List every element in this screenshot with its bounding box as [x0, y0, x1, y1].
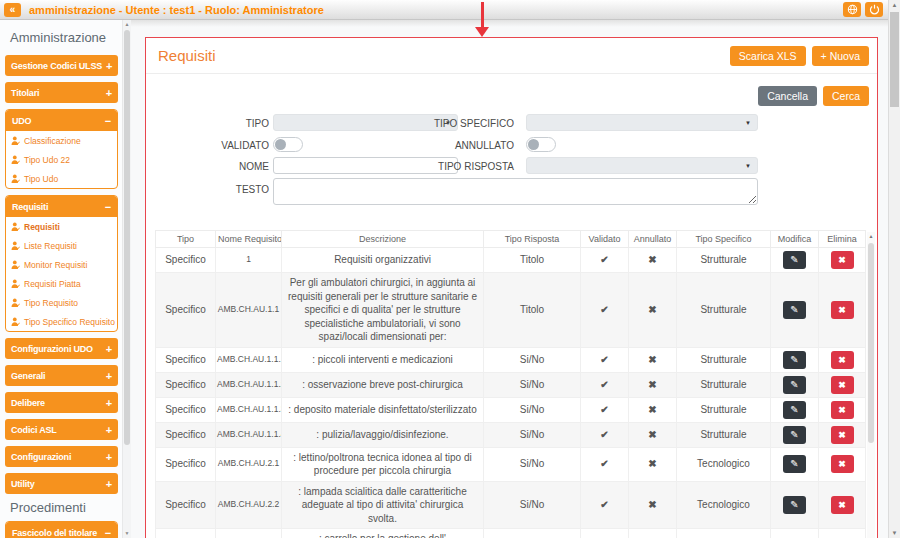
- table-row: SpecificoAMB.CH.AU.1.1.1: piccoli interv…: [156, 347, 866, 372]
- table-scrollbar-thumb[interactable]: [868, 243, 874, 443]
- new-button[interactable]: + Nuova: [812, 46, 869, 66]
- scroll-up-icon[interactable]: ▲: [889, 0, 900, 10]
- download-xls-button[interactable]: Scarica XLS: [730, 46, 806, 66]
- cell-tipo: Specifico: [156, 273, 216, 348]
- delete-row-button[interactable]: ✖: [831, 251, 854, 269]
- cell-descrizione: : lampada scialitica dalle caratteritich…: [282, 481, 484, 529]
- edit-icon: ✎: [790, 499, 798, 510]
- user-icon: [11, 222, 20, 232]
- edit-row-button[interactable]: ✎: [783, 301, 806, 319]
- expand-plus-icon: +: [102, 87, 112, 99]
- delete-icon: ✖: [838, 459, 846, 469]
- validato-toggle[interactable]: [273, 137, 303, 152]
- sidebar-item-tipo-requisito[interactable]: Tipo Requisito: [6, 293, 117, 312]
- annullato-toggle[interactable]: [526, 137, 556, 152]
- expand-plus-icon: +: [102, 451, 112, 463]
- sidebar-heading-procedimenti: Procedimenti: [10, 500, 118, 515]
- edit-row-button[interactable]: ✎: [783, 426, 806, 444]
- scroll-down-icon[interactable]: ▼: [889, 528, 900, 538]
- cell-nome-requisito: AMB.CH.AU.2.3: [216, 529, 282, 538]
- edit-row-button[interactable]: ✎: [783, 251, 806, 269]
- sidebar-section-wrap: Requisiti−RequisitiListe RequisitiMonito…: [5, 195, 118, 332]
- sidebar-section-codici-asl[interactable]: Codici ASL+: [5, 419, 118, 440]
- cell-tipo: Specifico: [156, 248, 216, 273]
- table-row: SpecificoAMB.CH.AU.2.1: lettino/poltrona…: [156, 447, 866, 481]
- language-button[interactable]: [843, 2, 861, 17]
- requisiti-table-body: Specifico1Requisiti organizzativiTitolo✔…: [156, 248, 866, 538]
- edit-icon: ✎: [790, 429, 798, 440]
- sidebar-item-monitor-requisiti[interactable]: Monitor Requisiti: [6, 255, 117, 274]
- sidebar-section-titolari[interactable]: Titolari+: [5, 82, 118, 103]
- user-icon: [11, 279, 20, 289]
- delete-row-button[interactable]: ✖: [831, 301, 854, 319]
- requisiti-panel: Requisiti Scarica XLS + Nuova Cancella C…: [145, 37, 878, 538]
- sidebar-item-liste-requisiti[interactable]: Liste Requisiti: [6, 236, 117, 255]
- page-scrollbar-thumb[interactable]: [890, 12, 899, 107]
- requisiti-table: Tipo Nome Requisito... Descrizione Tipo …: [155, 230, 866, 538]
- page-scrollbar[interactable]: ▲ ▼: [888, 0, 900, 538]
- sidebar-section-utility[interactable]: Utility+: [5, 473, 118, 494]
- col-elimina: Elimina: [819, 231, 866, 248]
- sidebar-section-gestione-codici-ulss[interactable]: Gestione Codici ULSS+: [5, 55, 118, 76]
- edit-row-button[interactable]: ✎: [783, 376, 806, 394]
- edit-row-button[interactable]: ✎: [783, 401, 806, 419]
- sidebar-sections-procedimenti: Fascicolo del titolare−Presentazione dom…: [5, 521, 118, 538]
- sidebar-section-requisiti[interactable]: Requisiti−: [6, 196, 117, 217]
- sidebar-section-udo[interactable]: UDO−: [6, 110, 117, 131]
- logout-button[interactable]: [865, 2, 883, 17]
- edit-icon: ✎: [790, 379, 798, 390]
- delete-icon: ✖: [838, 355, 846, 365]
- clear-button[interactable]: Cancella: [758, 86, 817, 106]
- sidebar-section-delibere[interactable]: Delibere+: [5, 392, 118, 413]
- delete-icon: ✖: [838, 380, 846, 390]
- tipo-specifico-select[interactable]: ▼: [526, 114, 758, 131]
- sidebar-item-requisiti-piatta[interactable]: Requisiti Piatta: [6, 274, 117, 293]
- cell-tipo-risposta: Si/No: [484, 529, 581, 538]
- table-row: SpecificoAMB.CH.AU.2.3: carrello per la …: [156, 529, 866, 538]
- collapse-sidebar-button[interactable]: «: [4, 3, 21, 17]
- delete-row-button[interactable]: ✖: [831, 496, 854, 514]
- cell-descrizione: : pulizia/lavaggio/disinfezione.: [282, 422, 484, 447]
- tipo-risposta-select[interactable]: ▼: [526, 157, 758, 174]
- scroll-up-icon[interactable]: ▲: [123, 20, 131, 29]
- delete-row-button[interactable]: ✖: [831, 376, 854, 394]
- edit-row-button[interactable]: ✎: [783, 496, 806, 514]
- cell-tipo: Specifico: [156, 422, 216, 447]
- sidebar-section-generali[interactable]: Generali+: [5, 365, 118, 386]
- sidebar-item-classificazione[interactable]: Classificazione: [6, 131, 117, 150]
- sidebar-item-tipo-specifico-requisito[interactable]: Tipo Specifico Requisito: [6, 312, 117, 331]
- edit-row-button[interactable]: ✎: [783, 455, 806, 473]
- sidebar-scrollbar-thumb[interactable]: [124, 30, 130, 445]
- cell-nome-requisito: AMB.CH.AU.2.1: [216, 447, 282, 481]
- sidebar-item-requisiti[interactable]: Requisiti: [6, 217, 117, 236]
- expand-plus-icon: +: [102, 343, 112, 355]
- check-icon: ✔: [581, 273, 629, 348]
- sidebar-item-tipo-udo[interactable]: Tipo Udo: [6, 169, 117, 188]
- delete-row-button[interactable]: ✖: [831, 426, 854, 444]
- sidebar-item-tipo-udo-22[interactable]: Tipo Udo 22: [6, 150, 117, 169]
- delete-row-button[interactable]: ✖: [831, 401, 854, 419]
- cross-icon: ✖: [629, 397, 677, 422]
- scroll-down-icon[interactable]: ▼: [123, 529, 131, 538]
- collapse-minus-icon: −: [101, 527, 111, 538]
- testo-textarea[interactable]: [273, 178, 758, 205]
- sidebar-section-configurazioni-udo[interactable]: Configurazioni UDO+: [5, 338, 118, 359]
- scroll-up-icon[interactable]: ▲: [867, 232, 875, 241]
- sidebar-scrollbar[interactable]: ▲ ▼: [122, 20, 131, 538]
- sidebar-section-wrap: Gestione Codici ULSS+: [5, 55, 118, 76]
- table-scrollbar[interactable]: ▲: [867, 232, 875, 538]
- cell-nome-requisito: AMB.CH.AU.1.1.1: [216, 347, 282, 372]
- search-button[interactable]: Cerca: [823, 86, 869, 106]
- edit-row-button[interactable]: ✎: [783, 351, 806, 369]
- delete-row-button[interactable]: ✖: [831, 351, 854, 369]
- check-icon: ✔: [581, 372, 629, 397]
- table-row: SpecificoAMB.CH.AU.2.2: lampada scialiti…: [156, 481, 866, 529]
- sidebar-section-fascicolo-del-titolare[interactable]: Fascicolo del titolare−: [6, 522, 117, 538]
- testo-label: TESTO: [146, 184, 269, 195]
- user-icon: [11, 298, 20, 308]
- delete-row-button[interactable]: ✖: [831, 455, 854, 473]
- cell-tipo-specifico: Tecnologico: [677, 481, 771, 529]
- expand-plus-icon: +: [102, 60, 112, 72]
- sidebar-section-configurazioni[interactable]: Configurazioni+: [5, 446, 118, 467]
- page-title: Requisiti: [158, 47, 216, 64]
